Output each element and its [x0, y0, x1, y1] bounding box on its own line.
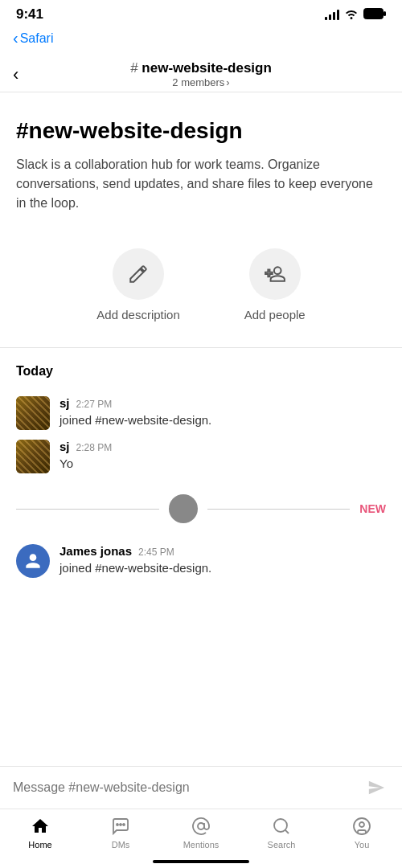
table-row: sj 2:27 PM joined #new-website-design. [0, 391, 402, 435]
messages-section: Today sj 2:27 PM joined #new-website-des… [0, 348, 402, 583]
svg-point-6 [274, 819, 287, 832]
tab-search-label: Search [268, 840, 296, 850]
tab-mentions-label: Mentions [183, 840, 219, 850]
message-input[interactable] [13, 780, 355, 795]
action-buttons-row: Add description Add people [0, 229, 402, 347]
svg-point-8 [359, 822, 364, 827]
channel-heading: #new-website-design [16, 118, 386, 144]
divider-line-right [207, 509, 351, 510]
message-text: Yo [59, 455, 386, 472]
svg-point-2 [120, 824, 121, 825]
tab-dms[interactable]: DMs [80, 816, 161, 850]
wifi-icon [344, 8, 359, 22]
message-content: James jonas 2:45 PM joined #new-website-… [59, 544, 386, 576]
send-button[interactable] [363, 775, 389, 800]
person-add-icon [265, 264, 285, 285]
search-icon [271, 816, 292, 837]
svg-point-3 [117, 824, 118, 825]
message-time: 2:28 PM [76, 442, 113, 453]
dms-icon [110, 816, 131, 837]
tab-you[interactable]: You [322, 816, 402, 850]
person-icon [23, 551, 43, 571]
message-input-bar [0, 766, 402, 809]
message-header: sj 2:27 PM [59, 396, 386, 410]
pencil-icon [128, 264, 149, 285]
signal-icon [325, 9, 339, 20]
message-sender: James jonas [59, 544, 132, 558]
avatar [16, 440, 50, 473]
svg-rect-1 [384, 11, 386, 16]
tab-home-label: Home [28, 840, 51, 850]
message-header: sj 2:28 PM [59, 440, 386, 453]
status-time: 9:41 [16, 6, 43, 23]
message-sender: sj [59, 440, 70, 453]
message-content: sj 2:28 PM Yo [59, 440, 386, 472]
day-label: Today [0, 364, 402, 391]
top-nav: ‹ # new-website-design 2 members › [0, 54, 402, 92]
table-row: James jonas 2:45 PM joined #new-website-… [0, 539, 402, 583]
divider-line-left [16, 509, 159, 510]
mentions-icon [191, 816, 211, 837]
new-messages-divider: NEW [0, 485, 402, 533]
tab-dms-label: DMs [112, 840, 130, 850]
channel-info-section: #new-website-design Slack is a collabora… [0, 92, 402, 229]
add-people-icon-circle [249, 248, 301, 300]
send-icon [367, 779, 385, 796]
home-indicator [153, 860, 249, 863]
tab-you-label: You [355, 840, 370, 850]
you-icon [351, 816, 372, 837]
add-description-icon-circle [113, 248, 164, 300]
tab-mentions[interactable]: Mentions [161, 816, 241, 850]
add-description-label: Add description [96, 308, 179, 321]
safari-back-button[interactable]: ‹ Safari [13, 29, 53, 47]
hash-symbol: # [130, 60, 142, 76]
avatar [16, 544, 50, 578]
message-text: joined #new-website-design. [59, 411, 386, 428]
table-row: sj 2:28 PM Yo [0, 435, 402, 478]
channel-description: Slack is a collaboration hub for work te… [16, 155, 386, 213]
channel-name-text: new-website-design [142, 60, 272, 76]
divider-dot [169, 494, 198, 523]
add-description-button[interactable]: Add description [96, 248, 179, 321]
status-icons [325, 8, 386, 22]
message-time: 2:27 PM [76, 399, 113, 410]
tab-bar: Home DMs Mentions [0, 809, 402, 868]
avatar-image [16, 396, 50, 430]
status-bar: 9:41 [0, 0, 402, 26]
add-people-label: Add people [244, 308, 306, 321]
svg-point-5 [198, 823, 204, 829]
tab-search[interactable]: Search [241, 816, 322, 850]
message-time: 2:45 PM [138, 547, 174, 558]
channel-title: # new-website-design [130, 60, 272, 76]
message-text: joined #new-website-design. [59, 559, 386, 576]
home-icon [30, 816, 51, 837]
safari-back-label: Safari [20, 31, 54, 46]
add-people-button[interactable]: Add people [244, 248, 306, 321]
avatar-image [16, 440, 50, 473]
svg-rect-0 [364, 8, 384, 18]
back-arrow-icon: ‹ [13, 29, 18, 47]
battery-icon [363, 8, 386, 22]
nav-title: # new-website-design 2 members › [130, 60, 272, 88]
message-header: James jonas 2:45 PM [59, 544, 386, 558]
svg-point-7 [354, 818, 370, 834]
members-count[interactable]: 2 members › [130, 76, 272, 88]
chevron-right-icon: › [226, 76, 229, 88]
nav-back-button[interactable]: ‹ [13, 64, 18, 85]
avatar [16, 396, 50, 430]
tab-home[interactable]: Home [0, 816, 80, 850]
new-label: NEW [359, 502, 386, 515]
message-content: sj 2:27 PM joined #new-website-design. [59, 396, 386, 428]
safari-bar: ‹ Safari [0, 26, 402, 54]
svg-point-4 [123, 824, 125, 825]
message-sender: sj [59, 396, 70, 410]
